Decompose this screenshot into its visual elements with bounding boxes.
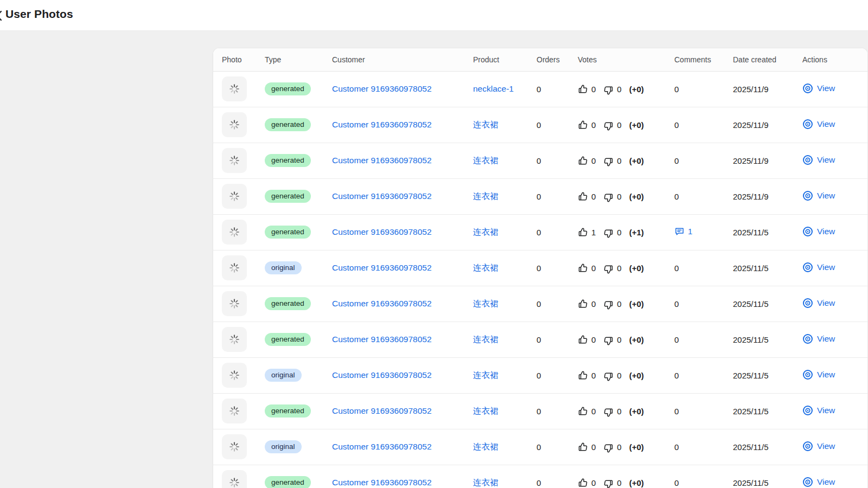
photo-thumbnail[interactable]: [222, 434, 247, 459]
view-button[interactable]: View: [802, 190, 835, 201]
eye-icon: [802, 262, 813, 273]
view-button[interactable]: View: [802, 369, 835, 380]
customer-link[interactable]: Customer 9169360978052: [332, 299, 432, 308]
photo-thumbnail[interactable]: [222, 363, 247, 388]
photo-cell: [213, 107, 256, 143]
view-label: View: [817, 477, 835, 487]
comment-count: 0: [674, 156, 679, 165]
customer-link[interactable]: Customer 9169360978052: [332, 156, 432, 165]
customer-link[interactable]: Customer 9169360978052: [332, 120, 432, 129]
customer-link[interactable]: Customer 9169360978052: [332, 406, 432, 415]
photo-cell: [213, 393, 256, 429]
downvote-count: 0: [617, 120, 621, 130]
comment-count: 0: [674, 264, 679, 273]
date-created-cell: 2025/11/5: [724, 393, 794, 429]
product-link[interactable]: 连衣裙: [473, 120, 499, 129]
product-link[interactable]: 连衣裙: [473, 442, 499, 451]
customer-cell: Customer 9169360978052: [323, 250, 464, 286]
thumbs-up-icon: [578, 478, 588, 488]
photo-thumbnail[interactable]: [222, 291, 247, 316]
product-link[interactable]: 连衣裙: [473, 299, 499, 308]
view-button[interactable]: View: [802, 298, 835, 309]
comments-cell: 0: [666, 178, 724, 214]
downvote-count: 0: [617, 478, 621, 487]
user-photos-table: Photo Type Customer Product Orders Votes…: [213, 48, 867, 488]
view-button[interactable]: View: [802, 155, 835, 165]
eye-icon: [802, 369, 813, 380]
upvote-count: 0: [591, 85, 596, 94]
product-link[interactable]: 连衣裙: [473, 370, 499, 380]
votes-cell: 0 0 (+0): [569, 393, 666, 429]
view-button[interactable]: View: [802, 262, 835, 273]
view-button[interactable]: View: [802, 441, 835, 452]
type-badge: generated: [265, 154, 311, 167]
top-bar: User Photos: [0, 0, 868, 31]
table-row: original Customer 9169360978052 连衣裙 0 0 …: [213, 250, 867, 286]
orders-cell: 0: [528, 71, 569, 107]
product-link[interactable]: 连衣裙: [473, 263, 499, 272]
photo-thumbnail[interactable]: [222, 255, 247, 280]
customer-link[interactable]: Customer 9169360978052: [332, 442, 432, 451]
thumbs-down-icon: [603, 121, 614, 131]
thumbs-up-icon: [578, 370, 588, 381]
net-votes: (+0): [629, 299, 644, 309]
customer-link[interactable]: Customer 9169360978052: [332, 84, 432, 93]
view-button[interactable]: View: [802, 405, 835, 416]
view-button[interactable]: View: [802, 477, 835, 487]
comment-count-link[interactable]: 1: [674, 226, 692, 236]
eye-icon: [802, 477, 813, 487]
thumbs-up-icon: [578, 263, 588, 273]
type-badge: generated: [265, 118, 311, 131]
view-button[interactable]: View: [802, 226, 835, 237]
product-link[interactable]: 连衣裙: [473, 227, 499, 236]
view-button[interactable]: View: [802, 83, 835, 94]
user-photos-card: Photo Type Customer Product Orders Votes…: [213, 48, 868, 488]
customer-link[interactable]: Customer 9169360978052: [332, 478, 432, 487]
product-link[interactable]: 连衣裙: [473, 335, 499, 344]
photo-thumbnail[interactable]: [222, 470, 247, 488]
customer-link[interactable]: Customer 9169360978052: [332, 227, 432, 236]
net-votes: (+0): [629, 85, 644, 94]
downvote-count: 0: [617, 407, 621, 416]
type-badge: generated: [265, 226, 311, 239]
customer-link[interactable]: Customer 9169360978052: [332, 263, 432, 272]
thumbs-up-icon: [578, 84, 588, 94]
photo-thumbnail[interactable]: [222, 112, 247, 137]
photo-cell: [213, 286, 256, 322]
product-link[interactable]: 连衣裙: [473, 156, 499, 165]
photo-thumbnail[interactable]: [222, 220, 247, 245]
product-link[interactable]: 连衣裙: [473, 478, 499, 487]
thumbs-down-icon: [603, 479, 614, 488]
view-label: View: [817, 262, 835, 272]
comments-cell: 0: [666, 250, 724, 286]
back-arrow-icon[interactable]: [0, 10, 3, 22]
product-link[interactable]: necklace-1: [473, 84, 514, 93]
table-header: Photo Type Customer Product Orders Votes…: [213, 48, 867, 71]
photo-thumbnail[interactable]: [222, 184, 247, 209]
photo-thumbnail[interactable]: [222, 399, 247, 423]
comments-cell: 0: [666, 429, 724, 465]
eye-icon: [802, 405, 813, 416]
type-badge: original: [265, 369, 302, 382]
photo-cell: [213, 178, 256, 214]
date-created-cell: 2025/11/5: [724, 465, 794, 488]
customer-link[interactable]: Customer 9169360978052: [332, 335, 432, 344]
comment-count: 0: [674, 407, 679, 416]
customer-link[interactable]: Customer 9169360978052: [332, 191, 432, 201]
column-header-orders: Orders: [528, 48, 569, 71]
type-cell: generated: [256, 178, 323, 214]
loading-spinner-icon: [228, 83, 240, 95]
customer-cell: Customer 9169360978052: [323, 143, 464, 178]
photo-thumbnail[interactable]: [222, 327, 247, 352]
table-row: generated Customer 9169360978052 连衣裙 0 0…: [213, 107, 867, 143]
product-link[interactable]: 连衣裙: [473, 406, 499, 415]
thumbs-up-icon: [578, 120, 588, 130]
thumbs-down-icon: [603, 192, 614, 203]
product-link[interactable]: 连衣裙: [473, 191, 499, 201]
photo-thumbnail[interactable]: [222, 76, 247, 101]
view-button[interactable]: View: [802, 333, 835, 344]
photo-thumbnail[interactable]: [222, 148, 247, 173]
customer-link[interactable]: Customer 9169360978052: [332, 370, 432, 380]
view-button[interactable]: View: [802, 119, 835, 130]
actions-cell: View: [794, 178, 867, 214]
